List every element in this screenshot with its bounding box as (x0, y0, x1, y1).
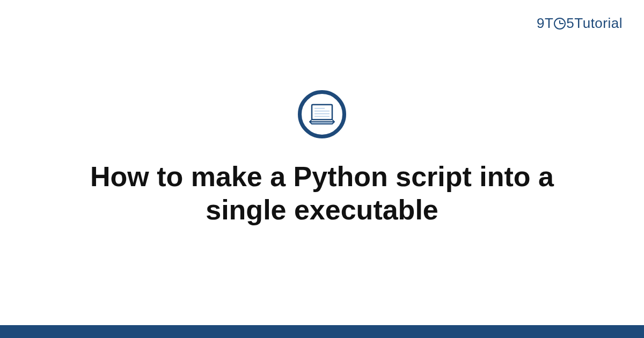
laptop-svg-icon (309, 104, 335, 125)
main-content: How to make a Python script into a singl… (0, 0, 644, 338)
page-title: How to make a Python script into a singl… (54, 160, 590, 227)
icon-wrapper (298, 90, 346, 138)
svg-rect-0 (312, 105, 332, 120)
footer-bar (0, 325, 644, 338)
laptop-icon (298, 90, 346, 138)
